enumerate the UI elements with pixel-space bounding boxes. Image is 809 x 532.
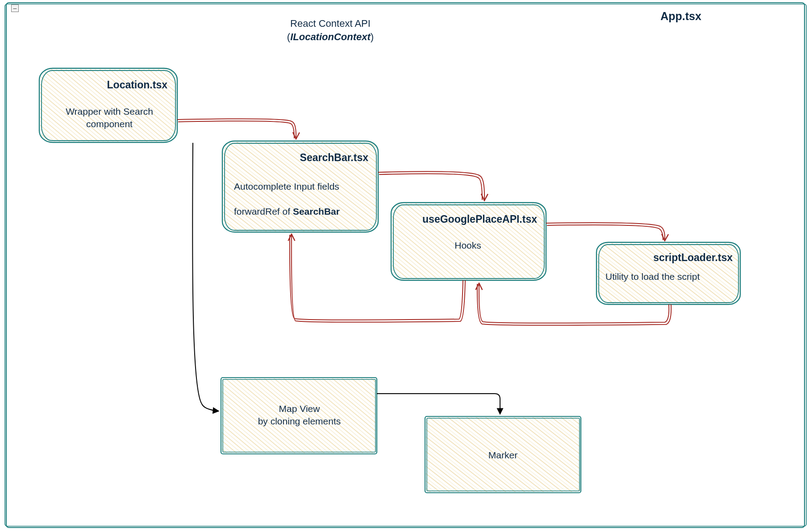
- location-desc: Wrapper with Search component: [45, 105, 174, 131]
- searchbar-desc1: Autocomplete Input fields: [234, 180, 372, 193]
- diagram-canvas: –: [0, 0, 809, 532]
- context-line2-name: ILocationContext: [290, 31, 371, 42]
- mapview-line2: by cloning elements: [258, 416, 341, 426]
- frame-title: App.tsx: [625, 9, 737, 24]
- marker-title: Marker: [430, 449, 575, 461]
- edge-searchbar-to-useapi: [378, 171, 484, 200]
- edge-mapview-to-marker: [377, 394, 500, 414]
- context-line1: React Context API: [290, 18, 371, 29]
- edge-useapi-to-scriptloader: [546, 223, 665, 240]
- edge-location-to-mapview: [192, 143, 219, 411]
- context-heading: React Context API (ILocationContext): [250, 17, 411, 43]
- location-title: Location.tsx: [45, 78, 167, 92]
- useapi-title: useGooglePlaceAPI.tsx: [396, 212, 537, 226]
- scriptloader-title: scriptLoader.tsx: [601, 251, 733, 265]
- mapview-line1: Map View: [279, 403, 320, 414]
- scriptloader-desc: Utility to load the script: [605, 270, 738, 283]
- searchbar-desc2: forwardRef of SearchBar: [234, 205, 372, 218]
- searchbar-title: SearchBar.tsx: [228, 151, 368, 165]
- edge-location-to-searchbar: [177, 119, 296, 138]
- searchbar-desc2-pre: forwardRef of: [234, 206, 293, 216]
- context-line2-close: ): [371, 31, 374, 42]
- searchbar-desc2-strong: SearchBar: [293, 206, 340, 216]
- mapview-text: Map View by cloning elements: [227, 403, 372, 428]
- useapi-desc: Hooks: [396, 239, 539, 252]
